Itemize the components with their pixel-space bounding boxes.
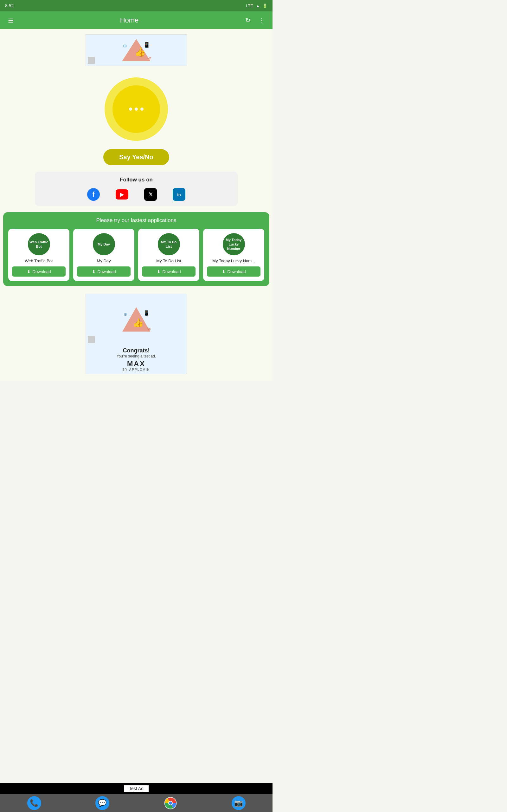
web-traffic-bot-icon: Web Traffic Bot bbox=[28, 233, 50, 255]
menu-icon[interactable]: ☰ bbox=[5, 14, 16, 26]
my-day-download[interactable]: ⬇ Download bbox=[77, 266, 130, 276]
x-twitter-icon[interactable]: 𝕏 bbox=[144, 188, 157, 201]
test-ad-subtext: You're seeing a test ad. bbox=[86, 354, 187, 358]
download-icon-4: ⬇ bbox=[222, 269, 226, 274]
app-bar: ☰ Home ↻ ⋮ bbox=[0, 11, 273, 29]
app-title: Home bbox=[16, 16, 242, 24]
youtube-icon[interactable]: ▶ bbox=[116, 189, 128, 200]
download-icon-1: ⬇ bbox=[27, 269, 31, 274]
download-icon-3: ⬇ bbox=[157, 269, 161, 274]
my-todo-name: My To Do List bbox=[156, 258, 181, 263]
network-indicator: LTE bbox=[246, 3, 253, 8]
main-content: 👍 📱 ⚙ ❊ Say Yes/No Follow us on f bbox=[0, 29, 273, 380]
max-by-applovin: BY APPLOVIN bbox=[86, 368, 187, 371]
dot-1 bbox=[129, 107, 132, 111]
svg-text:⚙: ⚙ bbox=[123, 44, 127, 49]
download-label-3: Download bbox=[163, 269, 181, 274]
app-card-my-todo: MY To Do List My To Do List ⬇ Download bbox=[138, 229, 199, 281]
app-card-my-day: My Day My Day ⬇ Download bbox=[73, 229, 134, 281]
svg-text:👍: 👍 bbox=[133, 317, 144, 328]
yellow-outer-circle bbox=[105, 78, 168, 141]
download-label-4: Download bbox=[228, 269, 246, 274]
loading-dots bbox=[129, 107, 144, 111]
my-todo-download[interactable]: ⬇ Download bbox=[142, 266, 195, 276]
yellow-inner-circle bbox=[112, 85, 160, 133]
lucky-number-icon: My Today Lucky Number bbox=[223, 233, 245, 255]
apps-grid: Web Traffic Bot Web Traffic Bot ⬇ Downlo… bbox=[8, 229, 264, 281]
my-todo-icon: MY To Do List bbox=[158, 233, 180, 255]
apps-section: Please try our lastest applications Web … bbox=[3, 212, 269, 286]
download-label-1: Download bbox=[33, 269, 51, 274]
ad-banner-bottom[interactable]: 👍 📱 ⚙ ❊ Congrats! You're seeing a test a… bbox=[86, 294, 187, 374]
ad-bottom-image: 👍 📱 ⚙ ❊ bbox=[86, 294, 187, 345]
lucky-number-download[interactable]: ⬇ Download bbox=[207, 266, 261, 276]
social-icons-row: f ▶ 𝕏 in bbox=[87, 188, 185, 201]
refresh-icon[interactable]: ↻ bbox=[242, 14, 253, 26]
download-label-2: Download bbox=[98, 269, 116, 274]
follow-title: Follow us on bbox=[120, 177, 153, 183]
status-time: 8:52 bbox=[5, 3, 14, 8]
status-bar: 8:52 LTE ▲ 🔋 bbox=[0, 0, 273, 11]
web-traffic-bot-name: Web Traffic Bot bbox=[25, 258, 53, 263]
ad-banner-top[interactable]: 👍 📱 ⚙ ❊ bbox=[86, 34, 187, 66]
download-icon-2: ⬇ bbox=[92, 269, 96, 274]
svg-text:❊: ❊ bbox=[148, 56, 152, 61]
app-card-lucky-number: My Today Lucky Number My Today Lucky Num… bbox=[203, 229, 264, 281]
status-right: LTE ▲ 🔋 bbox=[246, 3, 268, 8]
ad-corner-square-bottom bbox=[88, 336, 95, 343]
dot-3 bbox=[140, 107, 144, 111]
svg-text:❊: ❊ bbox=[148, 327, 151, 331]
ad-illustration-top: 👍 📱 ⚙ ❊ bbox=[117, 38, 155, 63]
my-day-icon: My Day bbox=[93, 233, 115, 255]
apps-section-title: Please try our lastest applications bbox=[8, 217, 264, 223]
congrats-text: Congrats! bbox=[86, 347, 187, 354]
signal-icon: ▲ bbox=[256, 3, 260, 8]
more-options-icon[interactable]: ⋮ bbox=[256, 14, 268, 26]
web-traffic-bot-download[interactable]: ⬇ Download bbox=[12, 266, 66, 276]
svg-text:⚙: ⚙ bbox=[124, 312, 127, 317]
facebook-icon[interactable]: f bbox=[87, 188, 100, 201]
app-card-web-traffic-bot: Web Traffic Bot Web Traffic Bot ⬇ Downlo… bbox=[8, 229, 69, 281]
svg-text:📱: 📱 bbox=[143, 42, 151, 49]
max-logo: MAX bbox=[86, 360, 187, 368]
my-day-name: My Day bbox=[97, 258, 111, 263]
follow-section: Follow us on f ▶ 𝕏 in bbox=[35, 171, 238, 206]
lucky-number-name: My Today Lucky Num... bbox=[212, 258, 255, 263]
ad-illustration-bottom: 👍 📱 ⚙ ❊ bbox=[119, 304, 154, 335]
say-yes-no-button[interactable]: Say Yes/No bbox=[103, 149, 169, 165]
ad-corner-square bbox=[88, 57, 95, 64]
battery-icon: 🔋 bbox=[262, 3, 268, 8]
linkedin-icon[interactable]: in bbox=[173, 188, 185, 201]
svg-text:📱: 📱 bbox=[143, 310, 150, 316]
yellow-circle-section bbox=[105, 78, 168, 141]
dot-2 bbox=[135, 107, 138, 111]
